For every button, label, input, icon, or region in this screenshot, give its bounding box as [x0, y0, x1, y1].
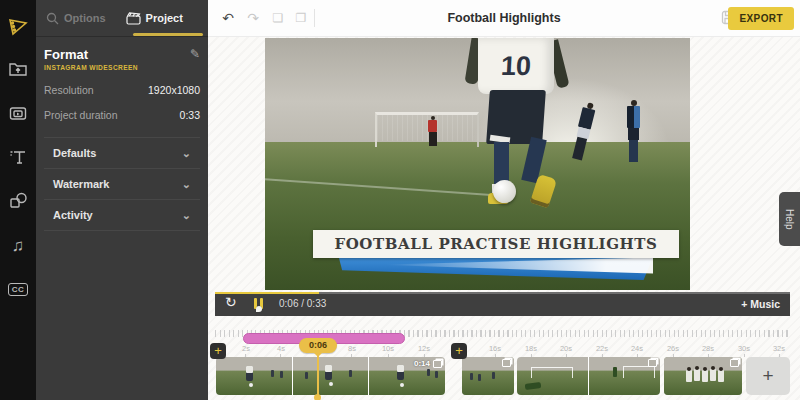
help-tab-label: Help	[784, 209, 795, 230]
scene2-badge	[502, 359, 511, 367]
replay-loop-button[interactable]: ↻	[225, 294, 237, 310]
ruler-label: 30s	[738, 344, 750, 357]
playhead-line	[317, 353, 319, 396]
player-blue	[627, 100, 640, 162]
resolution-value: 1920x1080	[148, 84, 200, 96]
scene4-frame	[664, 357, 742, 395]
resolution-label: Resolution	[44, 84, 94, 96]
playback-control-bar: ↻ 0:06 / 0:33 + Music	[215, 292, 790, 316]
project-panel: Options Project Format INSTAGRAM WIDESCR…	[36, 0, 208, 400]
elements-shapes-icon[interactable]	[0, 179, 36, 223]
title-banner-overlay[interactable]: FOOTBALL PRACTISE HIGHLIGHTS	[313, 230, 679, 258]
section-watermark[interactable]: Watermark ⌄	[44, 168, 200, 199]
format-subtitle: INSTAGRAM WIDESCREEN	[44, 64, 138, 71]
ruler-label: 2s	[242, 344, 250, 357]
export-button[interactable]: EXPORT	[728, 7, 794, 30]
timeline-scene-4[interactable]	[664, 357, 742, 395]
scene3-frame	[589, 357, 660, 395]
scene1-frame: 0:14	[369, 357, 445, 395]
player-number-10: 10	[460, 38, 575, 228]
project-clapper-icon	[126, 12, 141, 25]
ruler-label: 16s	[489, 344, 501, 357]
scene3-badge	[648, 359, 657, 367]
ruler-label: 20s	[560, 344, 572, 357]
timeline-scene-1[interactable]: 0:14	[216, 357, 445, 395]
ruler-label: 28s	[702, 344, 714, 357]
timeline-scene-2[interactable]	[462, 357, 514, 395]
chevron-down-icon: ⌄	[182, 211, 191, 219]
ruler-label: 26s	[667, 344, 679, 357]
media-stack-icon	[502, 359, 511, 367]
captions-icon[interactable]: CC	[0, 267, 36, 311]
panel-tabbar: Options Project	[36, 0, 208, 37]
jersey-number: 10	[500, 51, 532, 82]
tab-options-label: Options	[64, 12, 106, 24]
time-display: 0:06 / 0:33	[279, 292, 326, 316]
video-preview[interactable]: 10 FOOTBALL PRACTISE HIGHLIGHTS	[265, 38, 690, 290]
tab-project[interactable]: Project	[116, 0, 193, 36]
add-music-button[interactable]: + Music	[741, 292, 780, 316]
section-activity[interactable]: Activity ⌄	[44, 199, 200, 231]
timeline-scene-3[interactable]	[517, 357, 660, 395]
ruler-label: 22s	[596, 344, 608, 357]
player-jersey: 10	[478, 38, 554, 94]
media-stack-icon	[433, 360, 442, 368]
scene3-frame	[517, 357, 588, 395]
options-magnifier-icon	[46, 12, 59, 25]
help-tab[interactable]: Help	[779, 192, 800, 246]
scene4-badge	[730, 359, 739, 367]
resolution-field: Resolution 1920x1080	[44, 84, 200, 96]
tab-project-label: Project	[146, 12, 183, 24]
tab-options[interactable]: Options	[36, 0, 116, 36]
section-activity-label: Activity	[53, 209, 93, 221]
scene2-frame	[462, 357, 514, 395]
goal-net	[377, 115, 473, 141]
player-red	[428, 116, 437, 146]
app-logo-icon[interactable]	[0, 7, 36, 47]
format-title: Format	[44, 47, 138, 62]
uploads-icon[interactable]	[0, 47, 36, 91]
scene1-frame	[216, 357, 292, 395]
hand-cursor-icon	[256, 306, 262, 312]
scene1-frame	[293, 357, 369, 395]
chevron-down-icon: ⌄	[182, 180, 191, 188]
add-scene-button-left[interactable]: +	[210, 343, 226, 359]
scene1-duration-badge: 0:14	[414, 359, 442, 368]
section-defaults[interactable]: Defaults ⌄	[44, 137, 200, 168]
ruler-label: 24s	[631, 344, 643, 357]
project-title: Football Highlights	[208, 0, 800, 36]
media-stack-icon	[648, 359, 657, 367]
playhead-handle[interactable]	[314, 394, 321, 400]
ruler-label: 4s	[277, 344, 285, 357]
banner-wedge-graphic	[339, 257, 653, 280]
pause-button[interactable]	[253, 298, 265, 310]
section-defaults-label: Defaults	[53, 147, 96, 159]
left-icon-rail: ♫ CC	[0, 0, 36, 400]
text-tool-icon[interactable]	[0, 135, 36, 179]
active-tab-underline	[133, 33, 203, 36]
ruler-label: 18s	[525, 344, 537, 357]
app-window: ♫ CC Options Project	[0, 0, 800, 400]
duration-field: Project duration 0:33	[44, 109, 200, 121]
chevron-down-icon: ⌄	[182, 149, 191, 157]
scene1-duration: 0:14	[414, 359, 430, 368]
top-toolbar: ↶ ↷ ❏ ❐ Football Highlights EXPORT	[208, 0, 800, 37]
duration-value: 0:33	[180, 109, 200, 121]
section-watermark-label: Watermark	[53, 178, 109, 190]
add-scene-tile[interactable]: +	[746, 357, 790, 395]
ruler-label: 32s	[773, 344, 785, 357]
edit-format-pencil-icon[interactable]: ✎	[190, 47, 200, 61]
banner-text: FOOTBALL PRACTISE HIGHLIGHTS	[334, 235, 657, 253]
ruler-label: 8s	[348, 344, 356, 357]
football	[493, 180, 516, 203]
media-stack-icon	[730, 359, 739, 367]
stock-video-icon[interactable]	[0, 91, 36, 135]
ruler-label: 12s	[418, 344, 430, 357]
playhead-time-bubble[interactable]: 0:06	[299, 338, 337, 353]
ruler-label: 10s	[382, 344, 394, 357]
audio-music-icon[interactable]: ♫	[0, 223, 36, 267]
add-scene-button-mid[interactable]: +	[451, 343, 467, 359]
duration-label: Project duration	[44, 109, 118, 121]
